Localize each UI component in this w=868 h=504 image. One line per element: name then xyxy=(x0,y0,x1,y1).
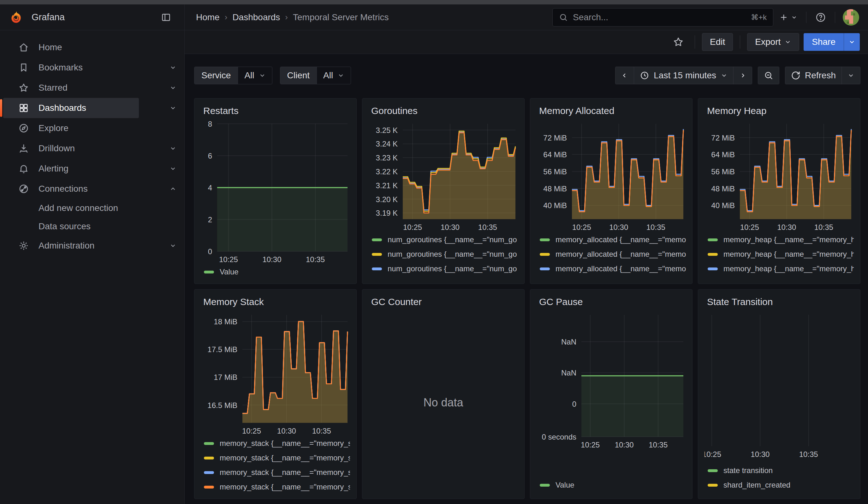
svg-text:NaN: NaN xyxy=(561,369,576,377)
chevron-up-icon[interactable] xyxy=(162,179,184,199)
svg-text:48 MiB: 48 MiB xyxy=(543,184,567,193)
legend-item[interactable]: memory_allocated {__name__="memo xyxy=(537,233,686,247)
chart-state-transition[interactable]: 10:2510:3010:35 xyxy=(704,311,854,460)
share-menu-chevron[interactable] xyxy=(844,33,860,51)
chart-memory-heap[interactable]: 40 MiB48 MiB56 MiB64 MiB72 MiB10:2510:30… xyxy=(704,120,854,233)
panel-state-transition[interactable]: State Transition 10:2510:3010:35 state t… xyxy=(698,289,860,499)
legend: Value xyxy=(201,265,350,279)
window-top-strip xyxy=(0,0,868,4)
sidebar-item-starred[interactable]: Starred xyxy=(0,78,184,98)
chart-gc-pause[interactable]: NaNNaN00 seconds10:2510:3010:35 xyxy=(537,311,686,450)
legend-item[interactable]: state transition xyxy=(704,463,854,478)
breadcrumb-separator: › xyxy=(285,12,288,22)
time-shift-back-button[interactable] xyxy=(615,66,634,84)
service-filter-label: Service xyxy=(194,67,238,84)
panel-memory-stack[interactable]: Memory Stack 16.5 MiB17 MiB17.5 MiB18 Mi… xyxy=(194,289,356,499)
legend: num_goroutines {__name__="num_go num_gor… xyxy=(369,233,518,279)
legend-item[interactable]: shard_item_created xyxy=(704,478,854,492)
legend: memory_heap {__name__="memory_h memory_h… xyxy=(704,233,854,279)
sidebar-item-dashboards[interactable]: Dashboards xyxy=(0,98,184,118)
grafana-logo-icon[interactable] xyxy=(9,10,23,24)
legend-item[interactable]: num_goroutines {__name__="num_go xyxy=(369,247,518,261)
panel-gc-counter[interactable]: GC Counter No data xyxy=(362,289,525,499)
svg-text:72 MiB: 72 MiB xyxy=(543,134,567,142)
sidebar-item-drilldown[interactable]: Drilldown xyxy=(0,138,184,158)
sidebar-item-label: Connections xyxy=(39,184,88,194)
export-button[interactable]: Export xyxy=(747,33,799,51)
svg-text:10:30: 10:30 xyxy=(609,223,628,232)
sidebar-item-connections[interactable]: Connections xyxy=(0,179,184,199)
favorite-star-button[interactable] xyxy=(669,33,688,51)
legend-item[interactable]: num_goroutines {__name__="num_go xyxy=(369,276,518,279)
svg-text:10:25: 10:25 xyxy=(740,223,759,232)
service-filter-value[interactable]: All xyxy=(238,67,272,84)
add-button[interactable] xyxy=(773,8,803,27)
legend-item[interactable]: memory_heap {__name__="memory_h xyxy=(704,261,854,276)
sidebar-item-administration[interactable]: Administration xyxy=(0,236,184,256)
help-icon[interactable] xyxy=(809,8,832,27)
edit-button[interactable]: Edit xyxy=(702,33,733,51)
chart-memory-stack[interactable]: 16.5 MiB17 MiB17.5 MiB18 MiB10:2510:3010… xyxy=(201,311,350,436)
legend-item[interactable]: memory_allocated {__name__="memo xyxy=(537,276,686,279)
dashboards-grid-icon xyxy=(18,103,29,113)
chevron-down-icon[interactable] xyxy=(162,58,184,78)
sidebar-item-home[interactable]: Home xyxy=(0,37,184,58)
share-button[interactable]: Share xyxy=(804,33,860,51)
refresh-interval-chevron[interactable] xyxy=(842,66,860,84)
avatar[interactable] xyxy=(843,9,859,25)
chevron-down-icon[interactable] xyxy=(162,98,184,118)
chart-memory-allocated[interactable]: 40 MiB48 MiB56 MiB64 MiB72 MiB10:2510:30… xyxy=(537,120,686,233)
sidebar-item-explore[interactable]: Explore xyxy=(0,118,184,138)
legend-item[interactable]: memory_allocated {__name__="memo xyxy=(537,247,686,261)
chevron-down-icon[interactable] xyxy=(162,78,184,98)
sidebar-item-bookmarks[interactable]: Bookmarks xyxy=(0,58,184,78)
panel-goroutines[interactable]: Goroutines 3.19 K3.20 K3.21 K3.22 K3.23 … xyxy=(362,98,525,284)
panel-memory-heap[interactable]: Memory Heap 40 MiB48 MiB56 MiB64 MiB72 M… xyxy=(698,98,860,284)
legend-item[interactable]: Value xyxy=(201,265,350,279)
legend-item[interactable]: memory_stack {__name__="memory_s xyxy=(201,465,350,480)
client-filter-value[interactable]: All xyxy=(317,67,351,84)
search-box[interactable]: ⌘+k xyxy=(552,8,773,27)
time-shift-forward-button[interactable] xyxy=(734,66,752,84)
legend-item[interactable]: memory_heap {__name__="memory_h xyxy=(704,233,854,247)
star-icon xyxy=(18,82,29,93)
panel-restarts[interactable]: Restarts 0246810:2510:3010:35 Value xyxy=(194,98,356,284)
svg-text:10:25: 10:25 xyxy=(242,426,261,435)
refresh-button[interactable]: Refresh xyxy=(785,66,842,84)
legend-color-swatch xyxy=(204,457,214,460)
chevron-down-icon xyxy=(847,72,855,79)
sidebar-item-alerting[interactable]: Alerting xyxy=(0,158,184,179)
panel-gc-pause[interactable]: GC Pause NaNNaN00 seconds10:2510:3010:35… xyxy=(530,289,693,499)
svg-text:NaN: NaN xyxy=(561,338,576,346)
sidebar-item-data-sources[interactable]: Data sources xyxy=(0,217,184,236)
zoom-out-button[interactable] xyxy=(758,66,779,84)
time-range-picker[interactable]: Last 15 minutes xyxy=(634,66,734,84)
chart-restarts[interactable]: 0246810:2510:3010:35 xyxy=(201,120,350,265)
home-icon xyxy=(18,42,29,53)
nav-right: ⌘+k xyxy=(552,8,868,27)
sidebar-item-label: Administration xyxy=(39,240,94,251)
legend-item[interactable]: num_goroutines {__name__="num_go xyxy=(369,261,518,276)
chevron-down-icon[interactable] xyxy=(162,158,184,179)
legend-item[interactable]: memory_stack {__name__="memory_s xyxy=(201,451,350,465)
legend-item[interactable]: memory_heap {__name__="memory_h xyxy=(704,276,854,279)
legend-item[interactable]: memory_stack {__name__="memory_s xyxy=(201,436,350,451)
chevron-down-icon[interactable] xyxy=(162,138,184,158)
legend-item[interactable]: memory_heap {__name__="memory_h xyxy=(704,247,854,261)
collapse-sidebar-icon[interactable] xyxy=(155,8,177,27)
legend-item[interactable]: memory_stack {__name__="memory_s xyxy=(201,480,350,494)
svg-text:3.22 K: 3.22 K xyxy=(376,167,398,176)
legend: memory_stack {__name__="memory_s memory_… xyxy=(201,436,350,494)
chevron-down-icon[interactable] xyxy=(162,236,184,256)
svg-text:16.5 MiB: 16.5 MiB xyxy=(207,401,237,410)
panel-memory-allocated[interactable]: Memory Allocated 40 MiB48 MiB56 MiB64 Mi… xyxy=(530,98,693,284)
breadcrumb-dashboards[interactable]: Dashboards xyxy=(232,12,280,22)
chart-goroutines[interactable]: 3.19 K3.20 K3.21 K3.22 K3.23 K3.24 K3.25… xyxy=(369,120,518,233)
search-input[interactable] xyxy=(573,12,746,22)
legend-item[interactable]: memory_allocated {__name__="memo xyxy=(537,261,686,276)
legend-item[interactable]: Value xyxy=(537,478,686,492)
legend-item[interactable]: num_goroutines {__name__="num_go xyxy=(369,233,518,247)
sidebar-item-add-new-connection[interactable]: Add new connection xyxy=(0,199,184,217)
breadcrumb-home[interactable]: Home xyxy=(196,12,220,22)
svg-text:10:35: 10:35 xyxy=(647,223,665,232)
